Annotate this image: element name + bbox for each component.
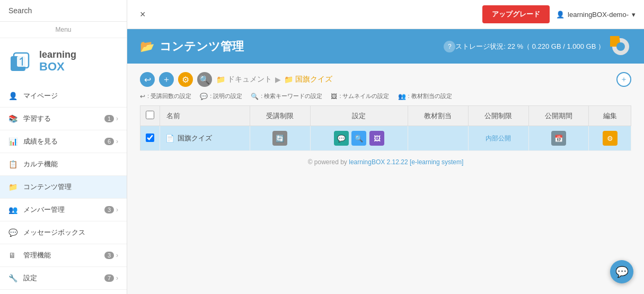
sidebar-item-content[interactable]: 📁 コンテンツ管理 (0, 176, 127, 199)
checkbox-col-header (140, 106, 160, 126)
karute-icon: 📋 (8, 160, 19, 168)
topbar: × アップグレード 👤 learningBOX-demo- ▾ (127, 0, 644, 29)
monitor-icon: 🖥 (8, 251, 19, 260)
row-restriction-cell: 🔄 (250, 126, 310, 151)
legend-description-label: : 説明の設定 (210, 92, 242, 100)
breadcrumb-current[interactable]: 📁 国旗クイズ (284, 75, 332, 84)
add-button[interactable]: ＋ (159, 72, 174, 87)
upgrade-button[interactable]: アップグレード (482, 5, 550, 23)
help-icon[interactable]: ? (444, 41, 455, 52)
description-icon: 💬 (200, 93, 208, 100)
chevron-right-icon: › (116, 206, 118, 213)
enrollment-icon: ↩ (140, 93, 145, 100)
file-doc-icon: 📄 (165, 134, 174, 142)
assignment-col-header: 教材割当 (408, 106, 469, 126)
sidebar-item-members[interactable]: 👥 メンバー管理 3 › (0, 199, 127, 221)
sidebar-item-karute[interactable]: 📋 カルテ機能 (0, 153, 127, 176)
legend-thumbnail: 🖼 : サムネイルの設定 (331, 92, 389, 100)
chart-icon: 📊 (8, 137, 19, 146)
nav-label-settings: 設定 (23, 273, 104, 283)
settings-badge: 7 (104, 274, 114, 282)
user-info: 👤 learningBOX-demo- ▾ (556, 11, 636, 19)
sidebar-item-my-page[interactable]: 👤 マイページ (0, 85, 127, 108)
settings-col-header: 設定 (310, 106, 408, 126)
user-name: learningBOX-demo- (568, 11, 629, 19)
results-badge: 6 (104, 138, 114, 145)
keyword-setting-button[interactable]: 🔍 (351, 131, 366, 146)
legend-enrollment-label: : 受講回数の設定 (147, 92, 191, 100)
legend-description: 💬 : 説明の設定 (200, 92, 242, 100)
logo-box: BOX (39, 60, 76, 73)
row-name-cell: 📄 国旗クイズ (160, 126, 250, 151)
chat-button[interactable]: 💬 (610, 260, 633, 283)
nav-label-messages: メッセージボックス (23, 228, 118, 237)
user-dropdown-icon[interactable]: ▾ (632, 11, 636, 19)
book-icon: 📚 (8, 114, 19, 123)
storage-chart (610, 36, 631, 57)
user-icon: 👤 (556, 11, 564, 19)
table-row: 📄 国旗クイズ 🔄 💬 🔍 🖼 内部公開 (140, 126, 631, 151)
logo-text: learning BOX (39, 50, 76, 73)
sidebar-item-study[interactable]: 📚 学習する 1 › (0, 108, 127, 130)
sidebar-item-admin[interactable]: 🖥 管理機能 3 › (0, 244, 127, 267)
content-folder-icon: 📂 (140, 40, 154, 54)
restriction-col-header: 受講制限 (250, 106, 310, 126)
keyword-icon: 🔍 (251, 93, 259, 100)
file-name-label: 国旗クイズ (178, 133, 212, 143)
legend-assignment-label: : 教材割当の設定 (408, 92, 452, 100)
study-badge: 1 (104, 115, 114, 122)
sidebar-item-messages[interactable]: 💬 メッセージボックス (0, 221, 127, 244)
members-badge: 3 (104, 206, 114, 213)
sidebar-item-settings[interactable]: 🔧 設定 7 › (0, 267, 127, 290)
breadcrumb-folder[interactable]: 📁 ドキュメント (216, 75, 272, 84)
sidebar-nav: 👤 マイページ 📚 学習する 1 › 📊 成績を見る 6 › 📋 カルテ機能 📁… (0, 85, 127, 294)
footer: © powered by learningBOX 2.12.22 [e-lear… (140, 151, 631, 173)
file-name: 📄 国旗クイズ (165, 133, 244, 143)
breadcrumb-arrow-icon: ▶ (275, 75, 281, 84)
wrench-icon: 🔧 (8, 274, 19, 282)
nav-label-karute: カルテ機能 (23, 159, 118, 169)
toolbar: ↩ ＋ ⚙ 🔍 📁 ドキュメント ▶ 📁 国旗クイズ ＋ (140, 72, 631, 87)
nav-label-study: 学習する (23, 114, 104, 123)
close-button[interactable]: × (136, 7, 150, 22)
public-restriction-label: 内部公開 (486, 135, 511, 142)
add-circle-button[interactable]: ＋ (616, 72, 631, 87)
sidebar-search-label: Search (0, 0, 127, 22)
chevron-right-icon: › (116, 115, 118, 122)
legend-thumbnail-label: : サムネイルの設定 (339, 92, 389, 100)
search-button[interactable]: 🔍 (197, 72, 212, 87)
message-icon: 💬 (8, 228, 19, 237)
footer-text: © powered by (308, 158, 349, 166)
row-checkbox-cell (140, 126, 160, 151)
sidebar-menu-label: Menu (0, 22, 127, 38)
toolbar-right: ＋ (616, 72, 631, 87)
legend-keyword: 🔍 : 検索キーワードの設定 (251, 92, 322, 100)
thumbnail-setting-button[interactable]: 🖼 (369, 131, 384, 146)
row-checkbox[interactable] (146, 133, 154, 142)
sidebar-item-results[interactable]: 📊 成績を見る 6 › (0, 130, 127, 153)
select-all-checkbox[interactable] (146, 111, 154, 119)
period-button[interactable]: 📅 (551, 131, 566, 146)
public-restriction-col-header: 公開制限 (468, 106, 528, 126)
logo-learning: learning (39, 50, 76, 60)
period-col-header: 公開期間 (528, 106, 589, 126)
sidebar-item-billing[interactable]: 💳 制限機能 › (0, 290, 127, 294)
footer-link[interactable]: learningBOX 2.12.22 [e-learning system] (349, 158, 463, 166)
legend-bar: ↩ : 受講回数の設定 💬 : 説明の設定 🔍 : 検索キーワードの設定 🖼 :… (140, 92, 631, 100)
current-folder-icon: 📁 (284, 75, 293, 84)
restriction-button[interactable]: 🔄 (272, 131, 287, 146)
gear-button[interactable]: ⚙ (178, 72, 193, 87)
storage-label: ストレージ状況: 22 %（ 0.220 GB / 1.000 GB ） (455, 42, 605, 51)
storage-info: ストレージ状況: 22 %（ 0.220 GB / 1.000 GB ） (455, 36, 631, 57)
table-header-row: 名前 受講制限 設定 教材割当 公開制限 公開期間 編集 (140, 106, 631, 126)
user-icon: 👤 (8, 92, 19, 100)
edit-button[interactable]: ⚙ (603, 131, 617, 146)
back-button[interactable]: ↩ (140, 72, 155, 87)
assignment-icon: 👥 (398, 93, 406, 100)
chevron-right-icon: › (116, 138, 118, 145)
description-setting-button[interactable]: 💬 (334, 131, 349, 146)
admin-badge: 3 (104, 252, 114, 259)
breadcrumb-folder-label: ドキュメント (227, 75, 272, 84)
folder-icon: 📁 (216, 75, 225, 84)
legend-assignment: 👥 : 教材割当の設定 (398, 92, 452, 100)
